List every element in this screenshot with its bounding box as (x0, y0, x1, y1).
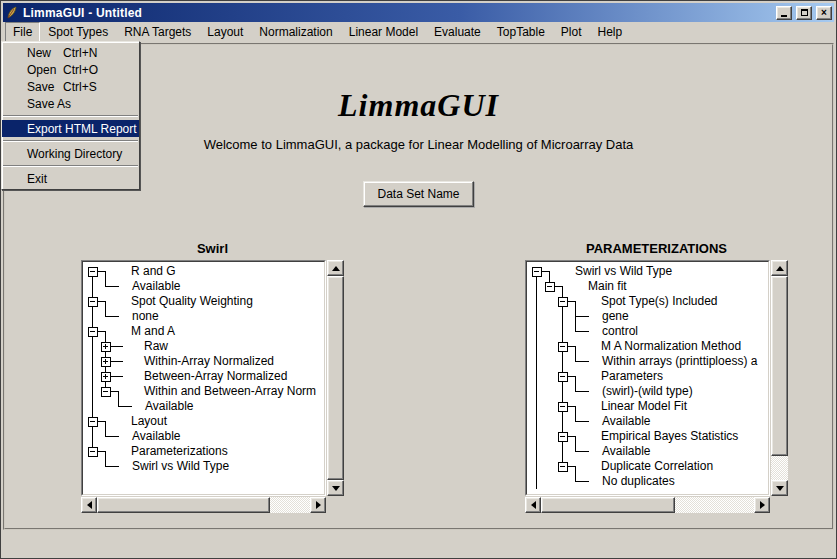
tree-node-layout[interactable]: Layout (83, 414, 324, 429)
tree-connector (83, 384, 144, 399)
tree-node-available[interactable]: Available (83, 279, 324, 294)
window-title: LimmaGUI - Untitled (23, 6, 772, 20)
file-menu-item-open[interactable]: OpenCtrl+O (2, 61, 139, 78)
tree-node-spot-type-s-included[interactable]: Spot Type(s) Included (527, 294, 768, 309)
titlebar[interactable]: LimmaGUI - Untitled × (3, 3, 834, 22)
tree-horizontal-thumb[interactable] (541, 497, 675, 513)
menubar-item-rna-targets[interactable]: RNA Targets (116, 22, 199, 43)
file-menu-item-new[interactable]: NewCtrl+N (2, 44, 139, 61)
tree-node-none[interactable]: none (83, 309, 324, 324)
tree-node-within-and-between-array-norm[interactable]: Within and Between-Array Norm (83, 384, 324, 399)
close-button[interactable]: × (816, 6, 832, 20)
file-menu-item-save-as[interactable]: Save As (2, 95, 139, 112)
tree-node-label: Available (602, 444, 650, 459)
tree-node-parameters[interactable]: Parameters (527, 369, 768, 384)
tree-horizontal-right-button[interactable] (310, 497, 326, 513)
file-menu-item-working-directory[interactable]: Working Directory (2, 145, 139, 162)
tree-node-within-array-normalized[interactable]: Within-Array Normalized (83, 354, 324, 369)
menubar-item-file[interactable]: File (5, 22, 40, 43)
tree-node-m-and-a[interactable]: M and A (83, 324, 324, 339)
swirl-tree-widget: SwirlR and GAvailableSpot Quality Weight… (81, 241, 344, 513)
arrow-left-icon (531, 501, 536, 509)
arrow-right-icon (760, 501, 765, 509)
menubar-item-normalization[interactable]: Normalization (251, 22, 340, 43)
tree-horizontal-left-button[interactable] (81, 497, 97, 513)
scrollbar-corner (770, 496, 788, 513)
arrow-up-icon (332, 266, 340, 271)
menubar-item-evaluate[interactable]: Evaluate (426, 22, 489, 43)
tree-node-available[interactable]: Available (527, 444, 768, 459)
menu-item-label: Exit (27, 172, 47, 186)
menubar-item-spot-types[interactable]: Spot Types (40, 22, 116, 43)
tree-canvas[interactable]: R and GAvailableSpot Quality Weightingno… (82, 261, 325, 495)
tree-horizontal-track[interactable] (97, 497, 310, 513)
file-menu-item-exit[interactable]: Exit (2, 170, 139, 187)
arrow-up-icon (776, 266, 784, 271)
tree-vertical-up-button[interactable] (771, 260, 788, 276)
tree-connector (527, 294, 601, 309)
tree-horizontal-thumb[interactable] (97, 497, 270, 513)
tree-node-available[interactable]: Available (83, 429, 324, 444)
tree-connector (527, 474, 602, 489)
tree-node-parameterizations[interactable]: Parameterizations (83, 444, 324, 459)
maximize-button[interactable] (796, 6, 812, 20)
tree-vertical-track[interactable] (327, 276, 344, 480)
tree-horizontal-scrollbar[interactable] (525, 496, 770, 513)
menubar-item-toptable[interactable]: TopTable (489, 22, 553, 43)
tree-canvas[interactable]: Swirl vs Wild TypeMain fitSpot Type(s) I… (526, 261, 769, 495)
file-menu-item-export-html-report[interactable]: Export HTML Report (2, 120, 139, 137)
tree-node-label: Within arrays (printtiploess) a (602, 354, 757, 369)
tree-node-empirical-bayes-statistics[interactable]: Empirical Bayes Statistics (527, 429, 768, 444)
tree-vertical-thumb[interactable] (327, 276, 344, 480)
tree-vertical-scrollbar[interactable] (326, 260, 344, 496)
menubar-item-help[interactable]: Help (590, 22, 631, 43)
tree-connector (527, 339, 601, 354)
tree-node-within-arrays-printtiploess-a[interactable]: Within arrays (printtiploess) a (527, 354, 768, 369)
menubar-item-plot[interactable]: Plot (553, 22, 590, 43)
tree-vertical-down-button[interactable] (771, 480, 788, 496)
tree-connector (527, 369, 601, 384)
tree-node-duplicate-correlation[interactable]: Duplicate Correlation (527, 459, 768, 474)
tree-horizontal-track[interactable] (541, 497, 754, 513)
tree-node-m-a-normalization-method[interactable]: M A Normalization Method (527, 339, 768, 354)
tree-node-spot-quality-weighting[interactable]: Spot Quality Weighting (83, 294, 324, 309)
tree-node-swirl-vs-wild-type[interactable]: Swirl vs Wild Type (527, 264, 768, 279)
tree-panels: SwirlR and GAvailableSpot Quality Weight… (81, 241, 788, 513)
tree-node-swirl-wild-type[interactable]: (swirl)-(wild type) (527, 384, 768, 399)
minimize-button[interactable] (776, 6, 792, 20)
tree-node-between-array-normalized[interactable]: Between-Array Normalized (83, 369, 324, 384)
menubar-item-layout[interactable]: Layout (199, 22, 251, 43)
file-menu-item-save[interactable]: SaveCtrl+S (2, 78, 139, 95)
tree-node-linear-model-fit[interactable]: Linear Model Fit (527, 399, 768, 414)
tree-node-main-fit[interactable]: Main fit (527, 279, 768, 294)
tree-node-label: Linear Model Fit (601, 399, 687, 414)
tree-node-no-duplicates[interactable]: No duplicates (527, 474, 768, 489)
tree-connector (527, 354, 602, 369)
tree-connector (527, 429, 601, 444)
menu-separator (3, 140, 138, 142)
tree-node-label: Available (132, 429, 180, 444)
menu-item-accelerator: Ctrl+O (63, 63, 98, 77)
tree-connector (83, 444, 131, 459)
tree-vertical-scrollbar[interactable] (770, 260, 788, 496)
menu-item-label: Export HTML Report (27, 122, 137, 136)
menubar-item-linear-model[interactable]: Linear Model (341, 22, 426, 43)
tree-node-swirl-vs-wild-type[interactable]: Swirl vs Wild Type (83, 459, 324, 474)
tree-node-available[interactable]: Available (527, 414, 768, 429)
tree-connector (83, 429, 132, 444)
tree-vertical-up-button[interactable] (327, 260, 344, 276)
tree-node-gene[interactable]: gene (527, 309, 768, 324)
tree-connector (527, 384, 602, 399)
tree-horizontal-right-button[interactable] (754, 497, 770, 513)
tree-vertical-down-button[interactable] (327, 480, 344, 496)
arrow-down-icon (776, 486, 784, 491)
data-set-name-button[interactable]: Data Set Name (363, 181, 473, 207)
tree-horizontal-left-button[interactable] (525, 497, 541, 513)
tree-vertical-thumb[interactable] (771, 276, 788, 456)
tree-vertical-track[interactable] (771, 276, 788, 480)
tree-node-control[interactable]: control (527, 324, 768, 339)
tree-node-r-and-g[interactable]: R and G (83, 264, 324, 279)
tree-node-available[interactable]: Available (83, 399, 324, 414)
tree-horizontal-scrollbar[interactable] (81, 496, 326, 513)
tree-node-raw[interactable]: Raw (83, 339, 324, 354)
